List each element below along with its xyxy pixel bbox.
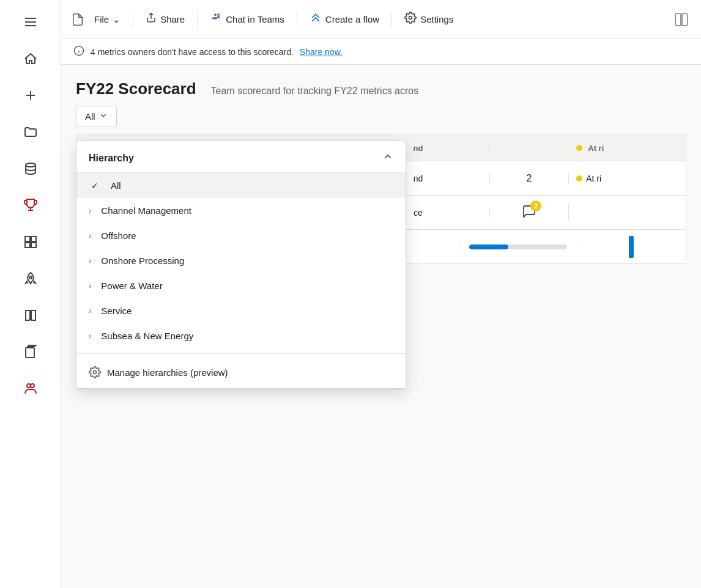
svg-point-12 xyxy=(29,276,32,279)
dropdown-item-channel[interactable]: › Channel Management xyxy=(76,198,406,223)
gear-icon xyxy=(89,366,101,378)
svg-rect-18 xyxy=(675,13,681,26)
flow-icon xyxy=(310,12,322,27)
dropdown-item-power[interactable]: › Power & Water xyxy=(76,273,406,298)
dropdown-item-label-power: Power & Water xyxy=(101,281,393,291)
progress-bar-container xyxy=(469,244,567,249)
td-comment[interactable]: 2 xyxy=(490,204,569,221)
sidebar-item-grid[interactable] xyxy=(13,225,48,259)
notification-text: 4 metrics owners don't have access to th… xyxy=(91,47,294,57)
share-label: Share xyxy=(160,14,185,24)
file-label: File xyxy=(94,14,109,24)
sidebar-item-add[interactable] xyxy=(13,78,48,112)
teams-label: Chat in Teams xyxy=(226,14,284,24)
teams-button[interactable]: Chat in Teams xyxy=(202,7,292,32)
toolbar-divider-3 xyxy=(297,11,297,28)
hierarchy-dropdown: Hierarchy ✓ All › Channel Management › xyxy=(76,141,406,389)
dropdown-item-subsea[interactable]: › Subsea & New Energy xyxy=(76,323,406,348)
svg-point-5 xyxy=(26,163,35,167)
svg-rect-8 xyxy=(25,237,30,241)
dropdown-item-label-onshore: Onshore Processing xyxy=(101,255,393,266)
settings-icon xyxy=(404,12,417,27)
sidebar-item-people[interactable] xyxy=(13,372,48,406)
manage-hierarchies-label: Manage hierarchies (preview) xyxy=(107,367,228,378)
file-icon xyxy=(71,13,84,26)
share-button[interactable]: Share xyxy=(138,7,192,31)
dropdown-item-service[interactable]: › Service xyxy=(76,298,406,323)
share-icon xyxy=(146,12,157,26)
sidebar-item-book[interactable] xyxy=(13,298,48,333)
notification-bar: 4 metrics owners don't have access to th… xyxy=(61,39,701,65)
chevron-right-icon-4: › xyxy=(89,281,91,290)
td-num: 2 xyxy=(490,173,569,184)
info-icon xyxy=(73,45,84,58)
progress-bar-fill xyxy=(469,244,508,249)
sidebar-item-menu[interactable] xyxy=(13,5,48,39)
dropdown-item-label-offshore: Offshore xyxy=(101,230,393,241)
td-progress xyxy=(459,244,577,249)
toolbar-divider-1 xyxy=(133,11,133,28)
all-filter-button[interactable]: All xyxy=(76,106,117,127)
td-at-risk: At ri xyxy=(569,174,686,183)
dropdown-item-label-service: Service xyxy=(101,306,393,316)
dropdown-divider xyxy=(76,353,406,354)
dropdown-item-label-all: All xyxy=(111,180,393,191)
svg-rect-13 xyxy=(26,348,34,358)
dropdown-item-label-subsea: Subsea & New Energy xyxy=(101,331,393,341)
th-at-risk: At ri xyxy=(569,144,686,153)
file-button[interactable]: File ⌄ xyxy=(87,9,128,30)
td-col4-3 xyxy=(577,236,686,258)
sidebar-item-home[interactable] xyxy=(13,42,48,76)
sidebar-item-trophy[interactable] xyxy=(13,188,48,222)
comment-badge[interactable]: 2 xyxy=(522,204,536,219)
settings-label: Settings xyxy=(420,14,453,24)
svg-rect-11 xyxy=(31,243,36,248)
dropdown-item-label-channel: Channel Management xyxy=(101,205,393,216)
sidebar-item-rocket[interactable] xyxy=(13,262,48,296)
main-content: File ⌄ Share Chat in Teams xyxy=(61,0,701,588)
file-chevron-icon: ⌄ xyxy=(113,14,121,25)
share-now-link[interactable]: Share now. xyxy=(300,47,343,57)
teams-icon xyxy=(210,12,222,27)
toolbar-divider-2 xyxy=(197,11,198,28)
sidebar-item-database[interactable] xyxy=(13,152,48,186)
svg-point-17 xyxy=(409,17,412,20)
dropdown-collapse-button[interactable] xyxy=(382,151,393,165)
check-icon: ✓ xyxy=(89,181,101,191)
toolbar-right xyxy=(672,10,691,29)
scorecard-description: Team scorecard for tracking FY22 metrics… xyxy=(211,86,419,97)
scorecard-header: FY22 Scorecard Team scorecard for tracki… xyxy=(61,65,701,106)
table-area: nd At ri nd 2 At ri xyxy=(61,134,701,264)
sidebar xyxy=(0,0,61,588)
dropdown-title: Hierarchy xyxy=(89,153,134,164)
filter-chevron-icon xyxy=(99,111,108,122)
dropdown-item-onshore[interactable]: › Onshore Processing xyxy=(76,248,406,273)
book-toolbar-icon[interactable] xyxy=(672,10,691,29)
toolbar-divider-4 xyxy=(391,11,392,28)
sidebar-item-layers[interactable] xyxy=(13,335,48,369)
chevron-right-icon: › xyxy=(89,206,91,215)
svg-rect-19 xyxy=(682,13,688,26)
svg-rect-9 xyxy=(31,237,36,241)
sidebar-item-folder[interactable] xyxy=(13,115,48,149)
all-filter-label: All xyxy=(85,111,95,122)
svg-point-23 xyxy=(94,371,97,374)
dropdown-header: Hierarchy xyxy=(76,141,406,173)
chevron-right-icon-6: › xyxy=(89,331,91,340)
flow-button[interactable]: Create a flow xyxy=(302,7,387,32)
chevron-right-icon-2: › xyxy=(89,231,91,240)
comment-count-badge: 2 xyxy=(530,200,541,211)
dropdown-item-offshore[interactable]: › Offshore xyxy=(76,223,406,248)
chevron-right-icon-3: › xyxy=(89,256,91,265)
toolbar: File ⌄ Share Chat in Teams xyxy=(61,0,701,39)
flow-label: Create a flow xyxy=(325,14,379,24)
bar-indicator xyxy=(629,236,634,258)
svg-rect-10 xyxy=(25,243,30,248)
chevron-right-icon-5: › xyxy=(89,306,91,315)
manage-hierarchies-button[interactable]: Manage hierarchies (preview) xyxy=(76,359,406,388)
filter-bar: All xyxy=(61,106,701,134)
dropdown-item-all[interactable]: ✓ All xyxy=(76,173,406,198)
scorecard-title: FY22 Scorecard xyxy=(76,79,196,98)
svg-point-15 xyxy=(31,384,34,388)
settings-button[interactable]: Settings xyxy=(397,7,461,32)
